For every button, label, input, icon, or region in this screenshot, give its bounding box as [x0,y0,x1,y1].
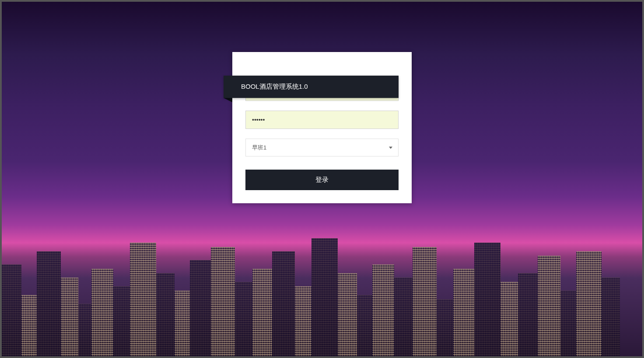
shift-select-wrapper: 早班1 [245,139,399,156]
password-input[interactable] [245,111,399,129]
city-skyline [2,234,642,356]
shift-select[interactable]: 早班1 [245,139,399,156]
login-button[interactable]: 登录 [245,170,399,190]
title-banner: BOOL酒店管理系统1.0 [224,76,399,98]
password-group [245,111,399,129]
shift-group: 早班1 [245,139,399,156]
app-title: BOOL酒店管理系统1.0 [241,83,308,90]
login-card: BOOL酒店管理系统1.0 早班1 登录 [232,52,412,203]
